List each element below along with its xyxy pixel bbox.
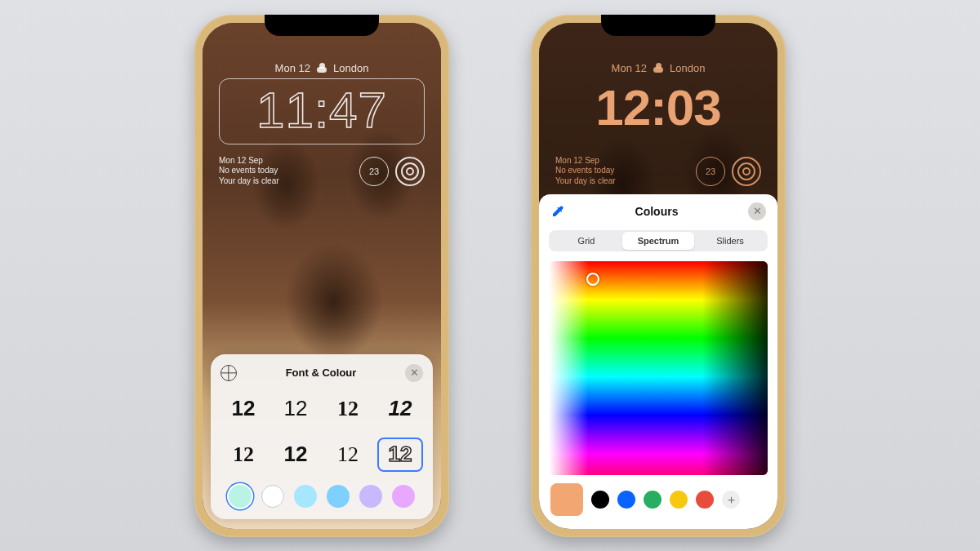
globe-icon[interactable] — [220, 365, 237, 381]
font-option-4[interactable]: 12 — [377, 392, 423, 426]
font-option-2[interactable]: 12 — [273, 392, 318, 426]
temp-widget[interactable]: 23 — [359, 157, 389, 186]
font-colour-sheet: Font & Colour ✕ 12 12 12 12 12 12 12 12 — [211, 354, 433, 519]
notch — [265, 15, 379, 36]
swatch-2[interactable] — [261, 485, 284, 508]
preset-2[interactable] — [617, 491, 635, 509]
date-text: Mon 12 — [275, 62, 310, 74]
notch — [601, 15, 715, 36]
tab-spectrum[interactable]: Spectrum — [622, 232, 694, 250]
activity-widget[interactable] — [395, 157, 425, 186]
location-text: London — [670, 62, 705, 74]
screen-right: Mon 12 London 12:03 Mon 12 Sep No events… — [539, 23, 777, 529]
calendar-widget[interactable]: Mon 12 Sep No events today Your day is c… — [555, 156, 689, 187]
tab-sliders[interactable]: Sliders — [694, 232, 766, 250]
font-option-3[interactable]: 12 — [325, 392, 371, 426]
temp-widget[interactable]: 23 — [696, 157, 725, 186]
calendar-line1: No events today — [219, 166, 353, 176]
preset-4[interactable] — [670, 491, 688, 509]
swatch-1[interactable] — [229, 485, 252, 508]
calendar-line2: Your day is clear — [219, 176, 353, 187]
swatch-4[interactable] — [327, 485, 350, 508]
current-colour[interactable] — [550, 483, 583, 516]
calendar-date: Mon 12 Sep — [219, 156, 353, 167]
calendar-widget[interactable]: Mon 12 Sep No events today Your day is c… — [219, 156, 353, 187]
widget-strip[interactable]: Mon 12 Sep No events today Your day is c… — [219, 152, 425, 191]
font-option-5[interactable]: 12 — [220, 438, 266, 472]
font-option-7[interactable]: 12 — [325, 438, 371, 472]
date-weather-line: Mon 12 London — [203, 62, 441, 74]
calendar-date: Mon 12 Sep — [555, 156, 689, 167]
colour-swatch-row — [220, 485, 423, 508]
spectrum-picker[interactable] — [549, 261, 768, 475]
calendar-line2: Your day is clear — [555, 176, 689, 187]
widget-strip[interactable]: Mon 12 Sep No events today Your day is c… — [555, 152, 761, 191]
preset-1[interactable] — [591, 491, 609, 509]
add-colour-button[interactable]: ＋ — [722, 491, 740, 509]
sheet-title: Font & Colour — [237, 367, 405, 379]
calendar-line1: No events today — [555, 166, 689, 176]
spectrum-cursor[interactable] — [586, 273, 599, 286]
lock-clock[interactable]: 11:47 — [219, 78, 425, 144]
panel-header: Colours ✕ — [539, 194, 777, 225]
cloud-icon — [315, 63, 328, 73]
panel-title: Colours — [565, 205, 748, 218]
activity-widget[interactable] — [732, 157, 761, 186]
swatch-6[interactable] — [392, 485, 415, 508]
lock-clock[interactable]: 12:03 — [555, 78, 761, 136]
colour-mode-segmented[interactable]: Grid Spectrum Sliders — [549, 230, 768, 251]
font-option-1[interactable]: 12 — [220, 392, 266, 426]
eyedropper-icon[interactable] — [550, 204, 565, 219]
date-text: Mon 12 — [612, 62, 647, 74]
font-grid: 12 12 12 12 12 12 12 12 — [220, 392, 423, 472]
tab-grid[interactable]: Grid — [550, 232, 622, 250]
preset-5[interactable] — [696, 491, 714, 509]
date-weather-line: Mon 12 London — [539, 62, 777, 74]
close-button[interactable]: ✕ — [748, 202, 766, 220]
close-button[interactable]: ✕ — [405, 364, 423, 382]
preset-row: ＋ — [539, 483, 777, 529]
swatch-5[interactable] — [359, 485, 382, 508]
screen-left: Mon 12 London 11:47 Mon 12 Sep No events… — [203, 23, 441, 529]
preset-3[interactable] — [644, 491, 662, 509]
font-option-8[interactable]: 12 — [377, 438, 423, 472]
phone-left: Mon 12 London 11:47 Mon 12 Sep No events… — [194, 15, 449, 537]
colours-panel: Colours ✕ Grid Spectrum Sliders ＋ — [539, 194, 777, 529]
phone-right: Mon 12 London 12:03 Mon 12 Sep No events… — [531, 15, 786, 537]
font-option-6[interactable]: 12 — [273, 438, 318, 472]
sheet-header: Font & Colour ✕ — [220, 364, 423, 382]
cloud-icon — [652, 63, 665, 73]
swatch-3[interactable] — [294, 485, 317, 508]
location-text: London — [333, 62, 368, 74]
